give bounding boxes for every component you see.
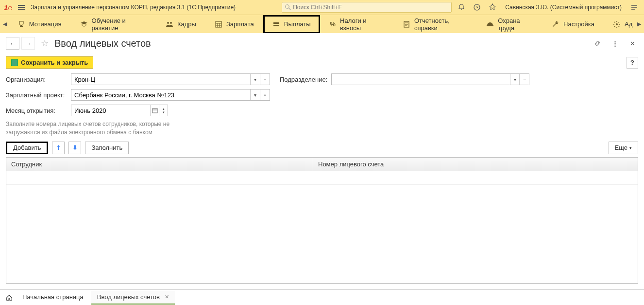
svg-rect-11 [216,21,221,27]
percent-icon: % [329,20,336,28]
home-icon[interactable] [4,294,15,301]
fill-button[interactable]: Заполнить [85,142,129,154]
footer-tab-current[interactable]: Ввод лицевых счетов ✕ [91,291,175,305]
open-icon[interactable]: ▫ [519,74,529,85]
gear-icon [613,20,621,28]
search-box[interactable] [282,2,452,13]
close-icon[interactable]: ✕ [627,37,638,49]
nav-label: Налоги и взносы [340,17,384,32]
nav-item-salary[interactable]: Зарплата [205,15,263,34]
nav-label: Зарплата [226,20,254,28]
help-button[interactable]: ? [627,57,638,69]
svg-point-10 [170,22,172,24]
move-up-button[interactable]: ⬆ [52,142,65,154]
nav-item-settings[interactable]: Настройка [542,15,604,34]
form-area: Организация: ▾ ▫ Подразделение: ▾ ▫ Зарп… [0,72,644,157]
bell-icon[interactable] [456,1,467,13]
search-input[interactable] [293,4,448,11]
dropdown-icon[interactable]: ▾ [250,90,260,100]
menu-icon[interactable] [16,3,27,12]
month-label: Месяц открытия: [6,107,67,114]
logo-1c: 1℮ [4,3,12,12]
nav-item-admin[interactable]: Ад [604,15,636,34]
month-field[interactable]: ▴▾ [71,105,168,116]
nav-scroll-right[interactable]: ▶ [636,15,642,34]
back-button[interactable]: ← [6,37,19,50]
grad-cap-icon [80,20,88,28]
nav-item-taxes[interactable]: % Налоги и взносы [320,15,393,34]
svg-rect-8 [20,26,23,27]
nav-item-safety[interactable]: Охрана труда [477,15,542,34]
user-label[interactable]: Савинская З.Ю. (Системный программист) [502,4,625,11]
save-label: Сохранить и закрыть [21,59,88,66]
nav-item-payments[interactable]: Выплаты [263,15,320,34]
tab-label: Ввод лицевых счетов [97,293,160,301]
favorite-star-icon[interactable]: ☆ [37,38,52,49]
nav-bar: ◀ Мотивация Обучение и развитие Кадры За… [0,15,644,33]
table-row[interactable] [6,171,638,185]
more-button[interactable]: Еще▾ [609,142,638,154]
svg-point-9 [167,22,169,24]
star-icon[interactable] [487,1,498,13]
save-and-close-button[interactable]: Сохранить и закрыть [6,56,93,69]
svg-rect-22 [487,25,493,26]
nav-item-motivation[interactable]: Мотивация [8,15,71,34]
org-label: Организация: [6,76,67,83]
open-icon[interactable]: ▫ [260,74,270,85]
search-icon [285,4,291,10]
org-field[interactable]: ▾ ▫ [71,73,270,85]
nav-label: Мотивация [29,20,62,28]
disk-icon [11,59,18,66]
dept-field[interactable]: ▾ ▫ [331,73,529,85]
nav-item-hr[interactable]: Кадры [156,15,205,34]
table-col-account[interactable]: Номер лицевого счета [313,158,638,171]
open-icon[interactable]: ▫ [260,90,270,100]
forward-button[interactable]: → [21,37,35,50]
svg-line-1 [289,8,291,10]
nav-item-reports[interactable]: Отчетность, справки [393,15,477,34]
proj-field[interactable]: ▾ ▫ [71,89,270,101]
proj-label: Зарплатный проект: [6,91,67,99]
svg-point-23 [616,23,618,25]
footer-tabs: Начальная страница Ввод лицевых счетов ✕ [0,289,644,305]
spinner-icon[interactable]: ▴▾ [159,105,168,116]
nav-label: Обучение и развитие [92,17,147,32]
trophy-icon [17,20,25,28]
people-icon [166,20,173,28]
content-area: ← → ☆ Ввод лицевых счетов ⋮ ✕ Сохранить … [0,33,644,289]
add-button[interactable]: Добавить [6,142,48,154]
proj-input[interactable] [71,90,250,100]
dropdown-icon[interactable]: ▾ [510,74,520,85]
tab-close-icon[interactable]: ✕ [163,294,169,300]
table-col-employee[interactable]: Сотрудник [6,158,313,171]
nav-label: Настройка [563,20,594,28]
dropdown-icon[interactable]: ▾ [250,74,260,85]
doc-icon [403,20,410,28]
calendar-icon[interactable] [150,105,159,116]
data-table: Сотрудник Номер лицевого счета [6,157,638,284]
page-title: Ввод лицевых счетов [54,38,151,49]
page-toolbar: Сохранить и закрыть ? [0,54,644,72]
svg-rect-17 [273,24,279,25]
dept-input[interactable] [332,74,509,85]
table-toolbar: Добавить ⬆ ⬇ Заполнить Еще▾ [6,141,638,155]
more-icon[interactable]: ⋮ [609,37,621,49]
org-input[interactable] [71,74,250,85]
nav-label: Выплаты [284,20,311,28]
panel-toggle-icon[interactable] [628,1,640,13]
table-body[interactable] [6,171,638,283]
tab-label: Начальная страница [22,293,84,301]
nav-label: Отчетность, справки [414,17,468,32]
move-down-button[interactable]: ⬇ [68,142,81,154]
calc-icon [215,20,222,28]
link-icon[interactable] [592,37,603,49]
wallet-icon [272,20,280,28]
svg-point-2 [461,9,462,10]
nav-scroll-left[interactable]: ◀ [2,15,8,34]
footer-tab-home[interactable]: Начальная страница [17,291,89,305]
top-bar: 1℮ Зарплата и управление персоналом КОРП… [0,0,644,15]
month-input[interactable] [71,105,150,116]
helmet-icon [486,20,494,28]
history-icon[interactable] [471,1,483,13]
nav-item-training[interactable]: Обучение и развитие [71,15,156,34]
